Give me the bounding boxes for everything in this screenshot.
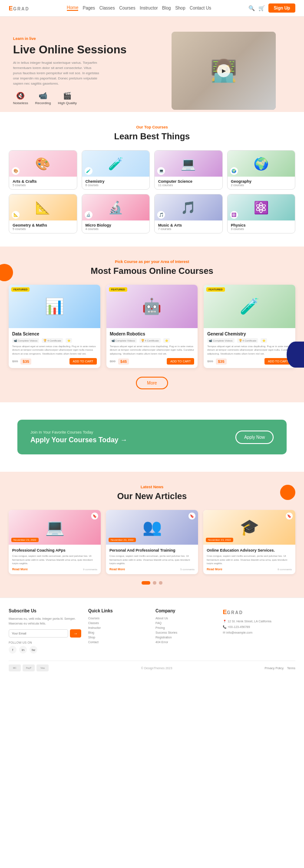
footer-col-subscribe: Subscribe Us Maecenas eu, vetti mila. In… <box>9 608 81 654</box>
course-meta-videos-c: 📹 Complete Videos <box>207 338 234 343</box>
category-count-bio: 4 courses <box>86 227 146 230</box>
course-price-old-chemistry: $99 <box>207 359 213 363</box>
privacy-policy-link[interactable]: Privacy Policy <box>264 667 284 670</box>
course-meta-robotics: 📹 Complete Videos 🏆 4 Certificate ⭐ <box>110 338 195 343</box>
hero-image: 👨‍💻 ▶ <box>156 32 291 110</box>
category-count-geo: 2 courses <box>231 184 292 187</box>
course-price-row-robotics: $99 $45 ADD TO CART <box>110 358 195 365</box>
category-info-geo: Geography 2 courses <box>228 177 295 189</box>
play-button[interactable]: ▶ <box>217 64 230 77</box>
hero-feature-recording: 📹 Recording <box>35 92 51 105</box>
category-count-arts: 5 courses <box>13 184 73 187</box>
pagination-dot-1[interactable] <box>142 581 150 585</box>
article-card-advisory[interactable]: 🎓 November 23, 2022 🔖 Online Education A… <box>203 510 295 574</box>
category-count-chemistry: 6 courses <box>86 184 146 187</box>
course-meta-videos-r: 📹 Complete Videos <box>110 338 137 343</box>
nav-instructor[interactable]: Instructor <box>140 6 158 10</box>
course-desc-robotics: Tempus aliquet eget at amet netus cras d… <box>110 345 195 355</box>
nav-classes[interactable]: Classes <box>99 6 115 10</box>
category-card-cs[interactable]: 💻 💻 Computer Science 11 courses <box>154 150 223 190</box>
footer-link-about[interactable]: About Us <box>155 617 216 620</box>
bookmark-icon-training[interactable]: 🔖 <box>188 513 195 519</box>
category-card-physics[interactable]: ⚛️ ⚛️ Physics 3 courses <box>227 194 296 233</box>
nav-home[interactable]: Home <box>67 5 79 11</box>
course-price-old-robotics: $99 <box>110 359 116 363</box>
category-card-geom[interactable]: 📐 📐 Geometry & Maths 5 courses <box>9 194 77 233</box>
navbar: EGRAD Home Pages Classes Courses Instruc… <box>0 0 304 16</box>
course-meta-data-science: 📹 Complete Videos 🏆 4 Certificate ⭐ <box>12 338 97 343</box>
course-card-data-science[interactable]: 📊 FEATURED Data Science 📹 Complete Video… <box>9 285 100 368</box>
nav-shop[interactable]: Shop <box>175 6 185 10</box>
cart-icon[interactable]: 🛒 <box>258 5 265 11</box>
footer-col-brand: EGRAD 📍 12 St. Henk Street, LA Californi… <box>223 608 295 654</box>
article-info-advisory: Online Education Advisory Services. Cras… <box>203 545 295 574</box>
signup-button[interactable]: Sign Up <box>268 3 295 13</box>
nav-courses[interactable]: Courses <box>119 6 135 10</box>
course-badge-data-science: FEATURED <box>11 287 30 292</box>
terms-link[interactable]: Terms <box>287 667 295 670</box>
course-price-new-robotics: $45 <box>118 358 129 365</box>
article-thumb-advisory: 🎓 November 23, 2022 🔖 <box>203 510 295 545</box>
hero-features: 🔇 Noiseless 📹 Recording 🎬 High Quality <box>13 92 148 105</box>
category-card-arts[interactable]: 🎨 🎨 Arts & Crafts 5 courses <box>9 150 77 190</box>
more-courses-button[interactable]: More <box>136 377 169 389</box>
footer-link-blog[interactable]: Blog <box>88 631 149 634</box>
add-to-cart-data-science[interactable]: ADD TO CART <box>69 358 97 365</box>
article-info-coaching: Professional Coaching APps Cras congue, … <box>9 545 101 574</box>
footer-link-courses[interactable]: Courses <box>88 617 149 620</box>
social-facebook[interactable]: f <box>9 646 17 654</box>
bookmark-icon-advisory[interactable]: 🔖 <box>286 513 293 519</box>
subscribe-email-input[interactable] <box>9 629 68 638</box>
nav-pages[interactable]: Pages <box>83 6 95 10</box>
footer-logo[interactable]: EGRAD <box>223 608 295 615</box>
footer-link-pricing[interactable]: Pricing <box>155 626 216 629</box>
pagination-dot-3[interactable] <box>159 581 162 585</box>
apply-now-button[interactable]: Apply Now <box>235 431 274 444</box>
category-card-music[interactable]: 🎵 🎵 Music & Arts 7 courses <box>154 194 223 233</box>
footer-link-contact[interactable]: Contact <box>88 641 149 644</box>
footer-subscribe-title: Subscribe Us <box>9 608 81 613</box>
comment-count-coaching: 9 comments <box>83 568 97 571</box>
footer-link-faq[interactable]: FAQ <box>155 621 216 625</box>
footer-link-classes[interactable]: Classes <box>88 621 149 625</box>
footer-link-404[interactable]: 404 Error <box>155 641 216 644</box>
article-title-advisory: Online Education Advisory Services. <box>207 548 292 552</box>
social-linkedin[interactable]: in <box>19 646 27 654</box>
pagination-dot-2[interactable] <box>153 581 156 585</box>
read-more-advisory[interactable]: Read More <box>207 568 222 571</box>
category-card-chemistry[interactable]: 🧪 🧪 Chemistry 6 courses <box>82 150 150 190</box>
article-card-coaching[interactable]: 💻 November 23, 2022 🔖 Professional Coach… <box>9 510 101 574</box>
footer-link-shop[interactable]: Shop <box>88 636 149 639</box>
nav-contact[interactable]: Contact Us <box>190 6 211 10</box>
course-badge-robotics: FEATURED <box>109 287 127 292</box>
nav-blog[interactable]: Blog <box>162 6 171 10</box>
category-name-physics: Physics <box>231 223 292 227</box>
course-card-robotics[interactable]: 🤖 FEATURED Modern Robotics 📹 Complete Vi… <box>106 285 198 368</box>
footer-bottom: MC PayP Visa © DesignThemes 2023 Privacy… <box>9 661 295 671</box>
payment-mastercard: MC <box>9 664 21 671</box>
read-more-training[interactable]: Read More <box>109 568 125 571</box>
footer-link-registration[interactable]: Registration <box>155 636 216 639</box>
search-icon[interactable]: 🔍 <box>248 5 255 11</box>
add-to-cart-robotics[interactable]: ADD TO CART <box>167 358 194 365</box>
read-more-coaching[interactable]: Read More <box>12 568 28 571</box>
category-card-bio[interactable]: 🔬 🔬 Micro Biology 4 courses <box>82 194 150 233</box>
footer-link-success[interactable]: Success Stories <box>155 631 216 634</box>
course-meta-rating-r: ⭐ <box>163 338 170 343</box>
category-info-geom: Geometry & Maths 5 courses <box>9 220 77 233</box>
category-card-geo[interactable]: 🌍 🌍 Geography 2 courses <box>227 150 296 190</box>
social-twitter[interactable]: tw <box>30 646 37 654</box>
category-name-geom: Geometry & Maths <box>13 223 73 227</box>
article-card-training[interactable]: 👥 November 23, 2022 🔖 Personal And Profe… <box>106 510 198 574</box>
footer-link-instructor[interactable]: Instructor <box>88 626 149 629</box>
article-footer-training: Read More 5 comments <box>109 568 195 571</box>
subscribe-button[interactable]: → <box>70 629 81 638</box>
site-logo[interactable]: EGRAD <box>9 5 30 12</box>
course-card-chemistry[interactable]: 🧪 FEATURED General Chemistry 📹 Complete … <box>204 285 295 368</box>
bookmark-icon-coaching[interactable]: 🔖 <box>91 513 98 519</box>
online-courses-section: Pick Course as per your Area of Interest… <box>0 247 304 402</box>
category-thumb-arts: 🎨 🎨 <box>9 151 77 177</box>
pagination-dots <box>9 581 295 585</box>
social-links: f in tw <box>9 646 81 654</box>
recording-icon: 📹 <box>35 92 51 100</box>
